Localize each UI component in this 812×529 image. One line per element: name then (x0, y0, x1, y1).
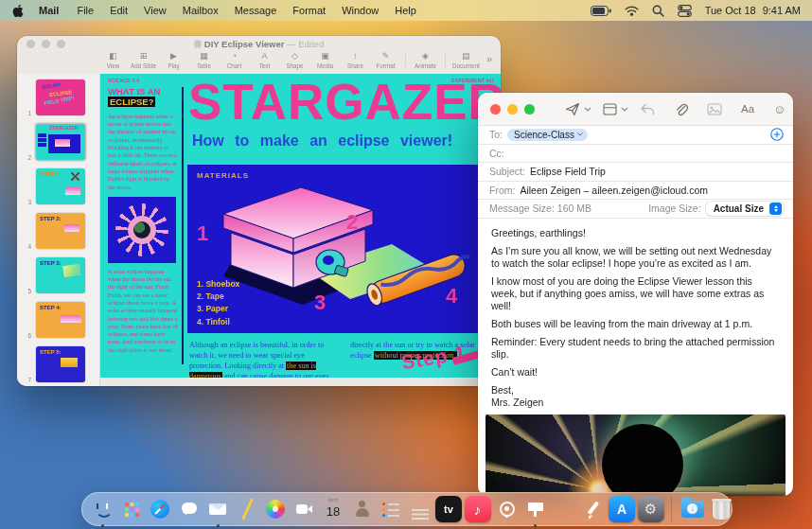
recipient-token[interactable]: Science-Class (507, 129, 588, 142)
insert-image-button[interactable] (707, 103, 722, 115)
reply-button[interactable] (640, 103, 655, 115)
slide-thumbnail-3[interactable]: STEP 1: (36, 168, 85, 204)
message-body[interactable]: Greetings, earthlings! As I’m sure you a… (478, 219, 793, 409)
dock-photos[interactable] (262, 496, 289, 522)
dock-maps[interactable] (234, 496, 260, 522)
menu-mailbox[interactable]: Mailbox (183, 5, 219, 16)
send-button[interactable] (565, 102, 580, 116)
battery-icon[interactable] (591, 6, 611, 16)
search-icon[interactable] (652, 5, 664, 17)
view-button[interactable]: ◧View (100, 52, 126, 69)
body-paragraph: As I’m sure you all know, we will be set… (491, 245, 780, 270)
document-button[interactable]: ▤Document (452, 52, 480, 69)
slide-thumbnail-2-selected[interactable]: STARGAZER (36, 124, 85, 160)
document-title: DIY Eclipse Viewer (204, 39, 285, 49)
add-slide-icon: ⊞ (140, 52, 148, 61)
dock-app-store[interactable]: A (609, 496, 635, 522)
dock-pages[interactable] (580, 496, 607, 522)
dock-tv[interactable]: tv (435, 496, 462, 522)
slide-thumbnail-5[interactable]: STEP 3: (36, 257, 85, 293)
menu-file[interactable]: File (77, 5, 94, 16)
media-button[interactable]: ▣Media (312, 52, 338, 69)
animate-button[interactable]: ◈Animate (413, 52, 438, 69)
menu-bar: Mail File Edit View Mailbox Message Form… (0, 0, 812, 21)
image-size-select[interactable]: Actual Size (706, 202, 784, 216)
dock-launchpad[interactable] (118, 496, 145, 522)
play-button[interactable]: ▶Play (161, 52, 186, 69)
menu-message[interactable]: Message (235, 5, 277, 16)
thumb-art (61, 358, 78, 367)
text-button[interactable]: AText (252, 52, 277, 69)
dock-mail[interactable] (204, 496, 231, 522)
add-recipient-button[interactable] (770, 128, 784, 141)
zoom-button[interactable] (57, 40, 65, 48)
eclipse-photo-attachment[interactable] (485, 414, 786, 496)
slide-thumbnail-1[interactable]: SOLAR ECLIPSE FIELD TRIP! (36, 79, 85, 115)
dock-system-settings[interactable]: ⚙ (638, 496, 664, 522)
cc-field[interactable]: Cc: (478, 145, 793, 164)
dock-trash[interactable] (708, 496, 734, 522)
slide-left-column[interactable]: WHAT IS AN ECLIPSE? An eclipse happens w… (108, 87, 178, 354)
materials-number-1: 1 (197, 223, 208, 244)
control-center-icon[interactable] (678, 5, 692, 17)
zoom-button[interactable] (524, 104, 535, 115)
slide-title[interactable]: STARGAZER (188, 76, 501, 129)
dock-calendar[interactable]: OCT18 (320, 496, 346, 522)
minimize-button[interactable] (42, 40, 50, 48)
menu-app-name[interactable]: Mail (39, 5, 59, 16)
close-button[interactable] (26, 40, 35, 48)
subject-field[interactable]: Subject: Eclipse Field Trip (478, 163, 793, 182)
dock-music[interactable]: ♪ (465, 496, 491, 522)
header-options-chevron-icon[interactable] (621, 107, 628, 112)
close-button[interactable] (490, 104, 501, 115)
dock-contacts[interactable] (349, 496, 376, 522)
running-indicator (101, 524, 104, 527)
dock-facetime[interactable] (291, 496, 318, 522)
materials-box[interactable]: MATERIALS 1 2 3 4 1. Shoebox 2. Tape 3. … (187, 165, 501, 333)
chart-button[interactable]: ◔Chart (221, 52, 247, 69)
caution-text-left[interactable]: Although an eclipse is beautiful, in ord… (189, 340, 337, 378)
minimize-button[interactable] (507, 104, 518, 115)
body-paragraph: Reminder: Every student needs to bring t… (491, 336, 780, 361)
from-field[interactable]: From: Aileen Zeigen – aileen.zeigen@iclo… (478, 182, 793, 201)
send-options-chevron-icon[interactable] (584, 107, 591, 112)
header-fields-button[interactable] (603, 103, 617, 115)
dock-keynote[interactable] (522, 496, 549, 522)
menu-date[interactable]: Tue Oct 18 (705, 5, 756, 16)
menu-format[interactable]: Format (292, 5, 326, 16)
add-slide-button[interactable]: ⊞Add Slide (131, 52, 156, 69)
table-button[interactable]: ▦Table (191, 52, 217, 69)
menu-view[interactable]: View (144, 5, 167, 16)
shape-button[interactable]: ◇Shape (282, 52, 308, 69)
dock-podcasts[interactable] (493, 496, 520, 522)
slide-thumbnail-4[interactable]: STEP 2: (36, 213, 85, 249)
menu-window[interactable]: Window (342, 5, 379, 16)
to-field[interactable]: To: Science-Class (478, 126, 793, 145)
slide-course-label[interactable]: SCIENCE 4.0 (108, 79, 139, 84)
dock-numbers[interactable] (551, 496, 577, 522)
dock-messages[interactable] (176, 496, 203, 522)
dock-downloads[interactable]: ↓ (680, 496, 706, 522)
slide-subtitle[interactable]: How to make an eclipse viewer! (192, 132, 452, 150)
format-button[interactable]: ✎Format (373, 52, 398, 69)
dock-finder[interactable] (89, 496, 115, 522)
running-indicator (217, 524, 220, 527)
emoji-button[interactable]: ☺ (773, 102, 786, 116)
menu-help[interactable]: Help (395, 5, 416, 16)
dock-notes[interactable] (407, 496, 433, 522)
slide-thumbnail-6[interactable]: STEP 4: (36, 302, 85, 338)
play-icon: ▶ (170, 52, 177, 61)
slide-thumbnail-7[interactable]: STEP 5: (36, 346, 85, 382)
attachment-button[interactable] (674, 102, 688, 116)
dock-safari[interactable] (147, 496, 173, 522)
dock-reminders[interactable] (378, 496, 404, 522)
format-text-button[interactable]: Aa (741, 103, 754, 115)
menu-edit[interactable]: Edit (110, 5, 128, 16)
toolbar-divider (445, 53, 446, 67)
wifi-icon[interactable] (625, 6, 639, 16)
slide-number: 7 (17, 377, 31, 384)
share-button[interactable]: ↑Share (343, 52, 368, 69)
menu-time[interactable]: 9:41 AM (763, 5, 801, 16)
apple-menu-icon[interactable] (11, 4, 24, 18)
toolbar-overflow-button[interactable]: » (486, 52, 492, 65)
